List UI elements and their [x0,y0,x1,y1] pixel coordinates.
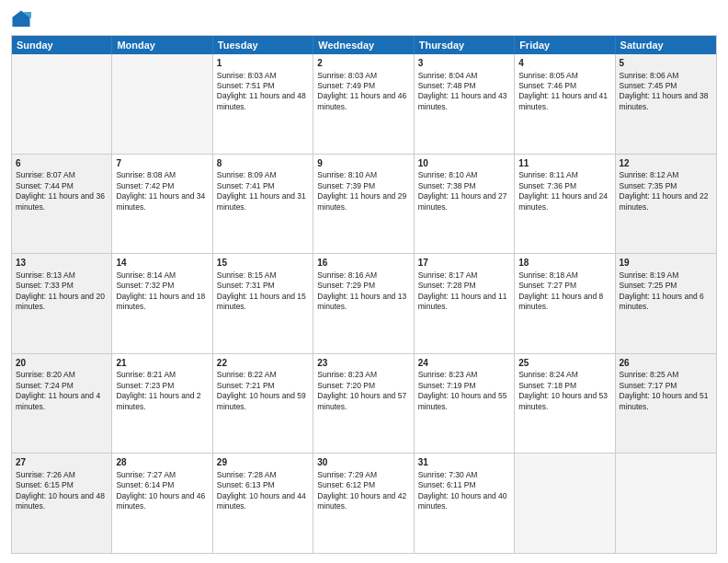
daylight-hours: Daylight: 11 hours and 31 minutes. [217,191,306,211]
logo-icon [11,9,31,29]
sunrise-time: Sunrise: 8:07 AM [16,170,75,179]
day-number: 11 [518,157,610,170]
header-day-friday: Friday [515,36,615,54]
calendar-row-3: 20Sunrise: 8:20 AMSunset: 7:24 PMDayligh… [12,353,716,454]
daylight-hours: Daylight: 11 hours and 8 minutes. [518,292,603,311]
daylight-hours: Daylight: 10 hours and 53 minutes. [518,391,608,410]
sunrise-time: Sunrise: 8:04 AM [418,71,478,80]
sunset-time: Sunset: 6:12 PM [317,480,375,489]
day-number: 25 [518,357,610,370]
daylight-hours: Daylight: 11 hours and 38 minutes. [620,91,709,110]
day-cell-4: 4Sunrise: 8:05 AMSunset: 7:46 PMDaylight… [515,54,615,154]
sunset-time: Sunset: 7:33 PM [16,281,74,290]
daylight-hours: Daylight: 11 hours and 2 minutes. [116,391,200,410]
day-number: 7 [116,157,208,170]
empty-cell [515,454,615,553]
sunrise-time: Sunrise: 8:06 AM [620,71,679,80]
day-cell-22: 22Sunrise: 8:22 AMSunset: 7:21 PMDayligh… [213,354,313,454]
sunset-time: Sunset: 7:45 PM [620,81,677,90]
daylight-hours: Daylight: 11 hours and 48 minutes. [217,91,306,110]
daylight-hours: Daylight: 11 hours and 18 minutes. [116,292,205,311]
sunset-time: Sunset: 7:48 PM [418,81,476,90]
sunset-time: Sunset: 7:17 PM [620,381,677,390]
sunset-time: Sunset: 7:29 PM [317,281,375,290]
calendar: SundayMondayTuesdayWednesdayThursdayFrid… [11,35,717,554]
sunset-time: Sunset: 7:21 PM [217,381,275,390]
sunset-time: Sunset: 6:11 PM [418,480,476,489]
logo [11,9,33,29]
day-cell-23: 23Sunrise: 8:23 AMSunset: 7:20 PMDayligh… [313,354,414,454]
daylight-hours: Daylight: 11 hours and 6 minutes. [620,292,704,311]
sunrise-time: Sunrise: 7:30 AM [418,470,478,479]
day-number: 9 [317,157,409,170]
sunset-time: Sunset: 6:15 PM [16,480,74,489]
day-number: 27 [16,456,108,469]
sunset-time: Sunset: 6:13 PM [217,480,275,489]
sunset-time: Sunset: 7:41 PM [217,181,275,190]
day-number: 20 [16,357,108,370]
day-number: 26 [620,357,712,370]
day-number: 2 [317,57,409,70]
day-number: 13 [16,257,108,270]
sunrise-time: Sunrise: 8:17 AM [418,270,478,280]
sunset-time: Sunset: 7:36 PM [518,181,576,190]
sunset-time: Sunset: 7:24 PM [16,381,74,390]
day-cell-15: 15Sunrise: 8:15 AMSunset: 7:31 PMDayligh… [213,254,313,353]
day-number: 6 [16,157,108,170]
day-cell-20: 20Sunrise: 8:20 AMSunset: 7:24 PMDayligh… [12,354,112,454]
day-cell-18: 18Sunrise: 8:18 AMSunset: 7:27 PMDayligh… [515,254,615,353]
daylight-hours: Daylight: 11 hours and 46 minutes. [317,91,406,110]
daylight-hours: Daylight: 11 hours and 34 minutes. [116,191,205,211]
day-number: 24 [418,357,510,370]
sunrise-time: Sunrise: 8:19 AM [620,270,679,280]
day-cell-2: 2Sunrise: 8:03 AMSunset: 7:49 PMDaylight… [313,54,414,154]
day-number: 31 [418,456,510,469]
daylight-hours: Daylight: 10 hours and 57 minutes. [317,391,406,410]
daylight-hours: Daylight: 10 hours and 51 minutes. [620,391,709,410]
sunrise-time: Sunrise: 8:21 AM [116,370,176,379]
sunset-time: Sunset: 7:38 PM [418,181,476,190]
sunrise-time: Sunrise: 8:03 AM [317,71,377,80]
empty-cell [12,54,112,154]
daylight-hours: Daylight: 10 hours and 48 minutes. [16,491,105,511]
sunrise-time: Sunrise: 7:27 AM [116,470,176,479]
sunrise-time: Sunrise: 8:13 AM [16,270,75,280]
day-cell-8: 8Sunrise: 8:09 AMSunset: 7:41 PMDaylight… [213,155,313,254]
daylight-hours: Daylight: 11 hours and 4 minutes. [16,391,100,410]
day-number: 16 [317,257,409,270]
sunset-time: Sunset: 6:14 PM [116,480,174,489]
sunset-time: Sunset: 7:20 PM [317,381,375,390]
daylight-hours: Daylight: 11 hours and 15 minutes. [217,292,306,311]
sunrise-time: Sunrise: 8:14 AM [116,270,176,280]
sunrise-time: Sunrise: 8:03 AM [217,71,277,80]
day-cell-28: 28Sunrise: 7:27 AMSunset: 6:14 PMDayligh… [112,454,212,553]
header-day-wednesday: Wednesday [313,36,414,54]
daylight-hours: Daylight: 10 hours and 59 minutes. [217,391,306,410]
day-cell-26: 26Sunrise: 8:25 AMSunset: 7:17 PMDayligh… [616,354,716,454]
sunrise-time: Sunrise: 8:11 AM [518,170,578,179]
day-cell-7: 7Sunrise: 8:08 AMSunset: 7:42 PMDaylight… [112,155,212,254]
header-day-saturday: Saturday [616,36,716,54]
day-cell-12: 12Sunrise: 8:12 AMSunset: 7:35 PMDayligh… [616,155,716,254]
empty-cell [616,454,716,553]
day-cell-5: 5Sunrise: 8:06 AMSunset: 7:45 PMDaylight… [616,54,716,154]
day-number: 14 [116,257,208,270]
day-cell-16: 16Sunrise: 8:16 AMSunset: 7:29 PMDayligh… [313,254,414,353]
day-cell-27: 27Sunrise: 7:26 AMSunset: 6:15 PMDayligh… [12,454,112,553]
sunset-time: Sunset: 7:32 PM [116,281,174,290]
daylight-hours: Daylight: 10 hours and 55 minutes. [418,391,507,410]
day-cell-3: 3Sunrise: 8:04 AMSunset: 7:48 PMDaylight… [415,54,515,154]
day-number: 28 [116,456,208,469]
day-number: 18 [518,257,610,270]
day-number: 1 [217,57,309,70]
day-cell-13: 13Sunrise: 8:13 AMSunset: 7:33 PMDayligh… [12,254,112,353]
header-day-tuesday: Tuesday [213,36,313,54]
page: SundayMondayTuesdayWednesdayThursdayFrid… [0,0,728,563]
day-cell-31: 31Sunrise: 7:30 AMSunset: 6:11 PMDayligh… [415,454,515,553]
sunset-time: Sunset: 7:25 PM [620,281,677,290]
sunset-time: Sunset: 7:19 PM [418,381,476,390]
day-number: 21 [116,357,208,370]
sunrise-time: Sunrise: 8:10 AM [418,170,478,179]
day-number: 3 [418,57,510,70]
day-number: 4 [518,57,610,70]
